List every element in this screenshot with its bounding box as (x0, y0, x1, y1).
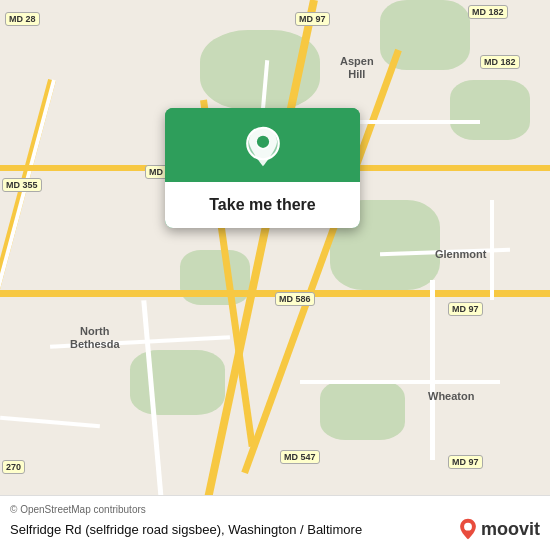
label-aspen-hill: AspenHill (340, 55, 374, 81)
road-local-2 (430, 280, 435, 460)
take-me-there-button[interactable]: Take me there (165, 182, 360, 228)
location-card: Take me there (165, 108, 360, 228)
svg-point-3 (256, 136, 268, 148)
label-md182-top: MD 182 (468, 5, 508, 19)
label-md97-top: MD 97 (295, 12, 330, 26)
label-north-bethesda: NorthBethesda (70, 325, 120, 351)
label-md547: MD 547 (280, 450, 320, 464)
moovit-logo: moovit (458, 518, 540, 540)
svg-point-4 (464, 523, 472, 531)
map-container: MD 28 MD 97 MD 182 MD 586 MD 355 MD 586 … (0, 0, 550, 550)
attribution-bar: © OpenStreetMap contributors Selfridge R… (0, 495, 550, 550)
label-md355: MD 355 (2, 178, 42, 192)
label-wheaton: Wheaton (428, 390, 474, 403)
green-area (130, 350, 225, 415)
label-md586-mid: MD 586 (275, 292, 315, 306)
label-glenmont: Glenmont (435, 248, 486, 261)
label-md97-mid: MD 97 (448, 302, 483, 316)
location-info: Selfridge Rd (selfridge road sigsbee), W… (10, 518, 540, 540)
location-name: Selfridge Rd (selfridge road sigsbee), W… (10, 522, 458, 537)
label-md97-bot: MD 97 (448, 455, 483, 469)
green-area (450, 80, 530, 140)
label-md270: 270 (2, 460, 25, 474)
label-md28: MD 28 (5, 12, 40, 26)
green-area (320, 380, 405, 440)
card-icon-area (165, 108, 360, 182)
label-md182-right: MD 182 (480, 55, 520, 69)
moovit-pin-icon (458, 518, 478, 540)
location-pin-icon (242, 126, 284, 168)
road-local-3 (300, 380, 500, 384)
moovit-brand-name: moovit (481, 519, 540, 540)
copyright-text: © OpenStreetMap contributors (10, 504, 540, 515)
